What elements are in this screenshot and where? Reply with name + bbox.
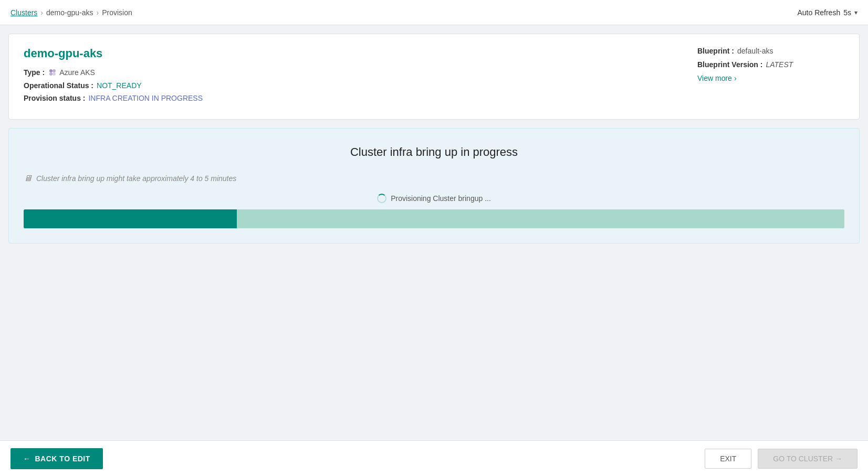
blueprint-version-label: Blueprint Version : xyxy=(697,60,762,69)
auto-refresh-control[interactable]: Auto Refresh 5s ▾ xyxy=(797,8,857,17)
breadcrumb-clusters-link[interactable]: Clusters xyxy=(11,8,37,17)
progress-hint: 🖥 Cluster infra bring up might take appr… xyxy=(24,174,844,183)
provision-status-label: Provision status : xyxy=(24,94,85,102)
blueprint-version-value: LATEST xyxy=(766,60,793,69)
progress-step-label: Provisioning Cluster bringup ... xyxy=(391,194,491,203)
provision-status-row: Provision status : INFRA CREATION IN PRO… xyxy=(24,94,666,102)
breadcrumb-page: Provision xyxy=(102,8,132,17)
view-more-link[interactable]: View more › xyxy=(697,74,844,82)
azure-icon xyxy=(48,68,57,77)
breadcrumb: Clusters › demo-gpu-aks › Provision xyxy=(11,8,132,17)
progress-bar-container xyxy=(24,209,844,228)
cluster-info-card: demo-gpu-aks Type : Azure AKS Operationa… xyxy=(8,34,860,120)
timer-icon: 🖥 xyxy=(24,174,32,183)
chevron-right-icon: › xyxy=(734,74,737,82)
provision-status-value: INFRA CREATION IN PROGRESS xyxy=(88,94,203,102)
go-to-cluster-button: GO TO CLUSTER → xyxy=(758,449,857,469)
breadcrumb-sep-2: › xyxy=(97,8,99,17)
svg-point-1 xyxy=(53,69,56,72)
operational-status-label: Operational Status : xyxy=(24,81,93,90)
cluster-title: demo-gpu-aks xyxy=(24,47,666,60)
svg-point-0 xyxy=(49,69,53,72)
blueprint-version-row: Blueprint Version : LATEST xyxy=(697,60,844,69)
blueprint-value: default-aks xyxy=(737,47,773,55)
blueprint-label: Blueprint : xyxy=(697,47,734,55)
info-left: demo-gpu-aks Type : Azure AKS Operationa… xyxy=(24,47,666,107)
progress-bar-fill xyxy=(24,209,237,228)
operational-status-row: Operational Status : NOT_READY xyxy=(24,81,666,90)
exit-label: EXIT xyxy=(720,454,736,463)
progress-step: Provisioning Cluster bringup ... xyxy=(24,194,844,203)
auto-refresh-label: Auto Refresh xyxy=(797,8,840,17)
breadcrumb-sep-1: › xyxy=(40,8,43,17)
top-bar: Clusters › demo-gpu-aks › Provision Auto… xyxy=(0,0,868,25)
info-right: Blueprint : default-aks Blueprint Versio… xyxy=(697,47,844,107)
operational-status-value: NOT_READY xyxy=(97,81,142,90)
arrow-left-icon: ← xyxy=(23,454,31,463)
svg-point-2 xyxy=(49,72,53,76)
back-to-edit-label: BACK TO EDIT xyxy=(35,454,90,463)
blueprint-row: Blueprint : default-aks xyxy=(697,47,844,55)
type-label: Type : xyxy=(24,68,45,77)
svg-point-3 xyxy=(53,72,56,76)
footer-button-group: EXIT GO TO CLUSTER → xyxy=(705,449,857,469)
view-more-label: View more xyxy=(697,74,732,82)
chevron-down-icon: ▾ xyxy=(854,9,857,16)
progress-hint-text: Cluster infra bring up might take approx… xyxy=(36,174,236,183)
progress-title: Cluster infra bring up in progress xyxy=(24,145,844,159)
bottom-bar: ← BACK TO EDIT EXIT GO TO CLUSTER → xyxy=(0,440,868,476)
breadcrumb-cluster-name: demo-gpu-aks xyxy=(46,8,93,17)
exit-button[interactable]: EXIT xyxy=(705,449,751,469)
auto-refresh-value: 5s xyxy=(843,8,851,17)
type-row: Type : Azure AKS xyxy=(24,68,666,77)
go-to-cluster-label: GO TO CLUSTER → xyxy=(773,454,842,463)
back-to-edit-button[interactable]: ← BACK TO EDIT xyxy=(11,448,103,469)
spinner-icon xyxy=(377,194,386,203)
type-value: Azure AKS xyxy=(59,68,95,77)
progress-card: Cluster infra bring up in progress 🖥 Clu… xyxy=(8,128,860,244)
